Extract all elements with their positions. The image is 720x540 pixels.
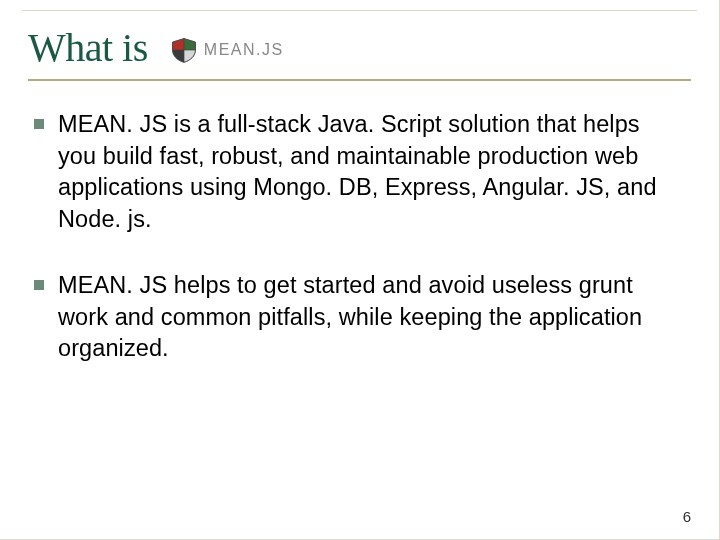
list-item: MEAN. JS is a full-stack Java. Script so… [34,109,681,236]
meanjs-logo: MEAN.JS [170,36,284,64]
square-bullet-icon [34,280,44,290]
square-bullet-icon [34,119,44,129]
slide: What is MEAN.JS MEAN. JS is a full-stack… [0,0,720,540]
list-item: MEAN. JS helps to get started and avoid … [34,270,681,365]
shield-icon [170,36,198,64]
bullet-text: MEAN. JS helps to get started and avoid … [58,270,681,365]
page-number: 6 [683,508,691,525]
title-row: What is MEAN.JS [28,20,691,81]
bullet-text: MEAN. JS is a full-stack Java. Script so… [58,109,681,236]
page-title: What is [28,24,148,71]
logo-text: MEAN.JS [204,41,284,59]
bullet-list: MEAN. JS is a full-stack Java. Script so… [28,109,691,365]
